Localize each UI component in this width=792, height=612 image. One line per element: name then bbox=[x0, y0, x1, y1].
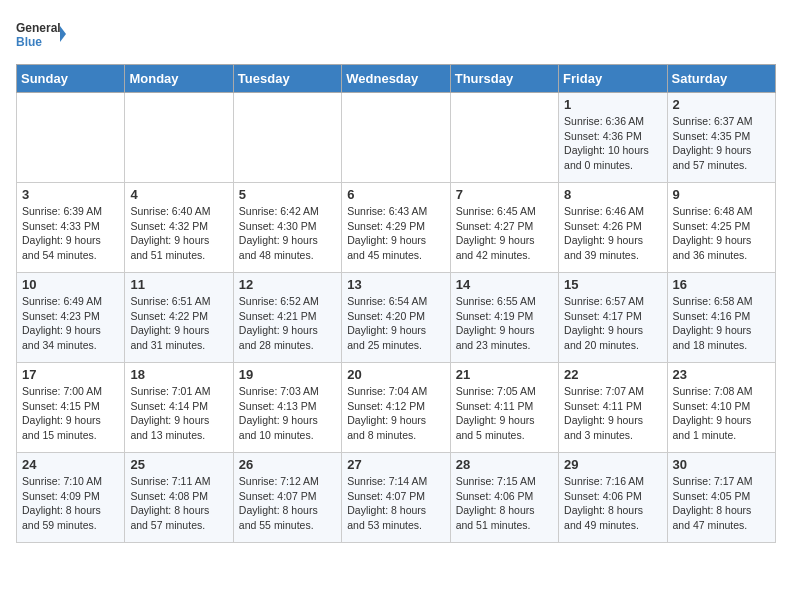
day-cell: 14Sunrise: 6:55 AMSunset: 4:19 PMDayligh… bbox=[450, 273, 558, 363]
day-header-monday: Monday bbox=[125, 65, 233, 93]
day-info: Sunrise: 7:12 AMSunset: 4:07 PMDaylight:… bbox=[239, 474, 336, 533]
day-number: 2 bbox=[673, 97, 770, 112]
day-header-sunday: Sunday bbox=[17, 65, 125, 93]
day-cell: 19Sunrise: 7:03 AMSunset: 4:13 PMDayligh… bbox=[233, 363, 341, 453]
day-number: 15 bbox=[564, 277, 661, 292]
week-row-5: 24Sunrise: 7:10 AMSunset: 4:09 PMDayligh… bbox=[17, 453, 776, 543]
day-info: Sunrise: 6:57 AMSunset: 4:17 PMDaylight:… bbox=[564, 294, 661, 353]
day-number: 1 bbox=[564, 97, 661, 112]
day-number: 29 bbox=[564, 457, 661, 472]
day-cell: 24Sunrise: 7:10 AMSunset: 4:09 PMDayligh… bbox=[17, 453, 125, 543]
day-info: Sunrise: 7:00 AMSunset: 4:15 PMDaylight:… bbox=[22, 384, 119, 443]
day-number: 20 bbox=[347, 367, 444, 382]
day-cell: 5Sunrise: 6:42 AMSunset: 4:30 PMDaylight… bbox=[233, 183, 341, 273]
day-cell: 2Sunrise: 6:37 AMSunset: 4:35 PMDaylight… bbox=[667, 93, 775, 183]
day-number: 11 bbox=[130, 277, 227, 292]
day-number: 12 bbox=[239, 277, 336, 292]
day-cell: 6Sunrise: 6:43 AMSunset: 4:29 PMDaylight… bbox=[342, 183, 450, 273]
day-info: Sunrise: 7:14 AMSunset: 4:07 PMDaylight:… bbox=[347, 474, 444, 533]
day-info: Sunrise: 7:10 AMSunset: 4:09 PMDaylight:… bbox=[22, 474, 119, 533]
day-cell bbox=[17, 93, 125, 183]
week-row-4: 17Sunrise: 7:00 AMSunset: 4:15 PMDayligh… bbox=[17, 363, 776, 453]
day-cell: 20Sunrise: 7:04 AMSunset: 4:12 PMDayligh… bbox=[342, 363, 450, 453]
day-cell: 15Sunrise: 6:57 AMSunset: 4:17 PMDayligh… bbox=[559, 273, 667, 363]
day-cell bbox=[342, 93, 450, 183]
day-number: 30 bbox=[673, 457, 770, 472]
day-number: 22 bbox=[564, 367, 661, 382]
day-info: Sunrise: 7:01 AMSunset: 4:14 PMDaylight:… bbox=[130, 384, 227, 443]
day-info: Sunrise: 6:48 AMSunset: 4:25 PMDaylight:… bbox=[673, 204, 770, 263]
day-info: Sunrise: 7:07 AMSunset: 4:11 PMDaylight:… bbox=[564, 384, 661, 443]
day-number: 3 bbox=[22, 187, 119, 202]
day-number: 27 bbox=[347, 457, 444, 472]
day-cell: 11Sunrise: 6:51 AMSunset: 4:22 PMDayligh… bbox=[125, 273, 233, 363]
day-info: Sunrise: 6:58 AMSunset: 4:16 PMDaylight:… bbox=[673, 294, 770, 353]
day-number: 16 bbox=[673, 277, 770, 292]
day-info: Sunrise: 6:46 AMSunset: 4:26 PMDaylight:… bbox=[564, 204, 661, 263]
day-number: 7 bbox=[456, 187, 553, 202]
day-info: Sunrise: 6:36 AMSunset: 4:36 PMDaylight:… bbox=[564, 114, 661, 173]
day-cell: 30Sunrise: 7:17 AMSunset: 4:05 PMDayligh… bbox=[667, 453, 775, 543]
day-cell: 1Sunrise: 6:36 AMSunset: 4:36 PMDaylight… bbox=[559, 93, 667, 183]
day-info: Sunrise: 7:03 AMSunset: 4:13 PMDaylight:… bbox=[239, 384, 336, 443]
day-header-wednesday: Wednesday bbox=[342, 65, 450, 93]
day-cell: 21Sunrise: 7:05 AMSunset: 4:11 PMDayligh… bbox=[450, 363, 558, 453]
day-cell: 26Sunrise: 7:12 AMSunset: 4:07 PMDayligh… bbox=[233, 453, 341, 543]
day-info: Sunrise: 7:08 AMSunset: 4:10 PMDaylight:… bbox=[673, 384, 770, 443]
day-number: 24 bbox=[22, 457, 119, 472]
day-cell: 7Sunrise: 6:45 AMSunset: 4:27 PMDaylight… bbox=[450, 183, 558, 273]
day-cell: 18Sunrise: 7:01 AMSunset: 4:14 PMDayligh… bbox=[125, 363, 233, 453]
logo-svg: General Blue bbox=[16, 16, 66, 56]
day-number: 13 bbox=[347, 277, 444, 292]
day-number: 25 bbox=[130, 457, 227, 472]
day-number: 28 bbox=[456, 457, 553, 472]
day-info: Sunrise: 6:51 AMSunset: 4:22 PMDaylight:… bbox=[130, 294, 227, 353]
day-number: 19 bbox=[239, 367, 336, 382]
day-number: 6 bbox=[347, 187, 444, 202]
day-cell: 16Sunrise: 6:58 AMSunset: 4:16 PMDayligh… bbox=[667, 273, 775, 363]
day-info: Sunrise: 7:16 AMSunset: 4:06 PMDaylight:… bbox=[564, 474, 661, 533]
day-number: 14 bbox=[456, 277, 553, 292]
day-info: Sunrise: 6:54 AMSunset: 4:20 PMDaylight:… bbox=[347, 294, 444, 353]
day-info: Sunrise: 6:52 AMSunset: 4:21 PMDaylight:… bbox=[239, 294, 336, 353]
svg-marker-2 bbox=[60, 26, 66, 42]
day-info: Sunrise: 6:37 AMSunset: 4:35 PMDaylight:… bbox=[673, 114, 770, 173]
days-header-row: SundayMondayTuesdayWednesdayThursdayFrid… bbox=[17, 65, 776, 93]
day-info: Sunrise: 7:05 AMSunset: 4:11 PMDaylight:… bbox=[456, 384, 553, 443]
day-info: Sunrise: 6:43 AMSunset: 4:29 PMDaylight:… bbox=[347, 204, 444, 263]
logo: General Blue bbox=[16, 16, 66, 56]
day-info: Sunrise: 7:04 AMSunset: 4:12 PMDaylight:… bbox=[347, 384, 444, 443]
day-number: 8 bbox=[564, 187, 661, 202]
day-info: Sunrise: 6:42 AMSunset: 4:30 PMDaylight:… bbox=[239, 204, 336, 263]
day-cell: 27Sunrise: 7:14 AMSunset: 4:07 PMDayligh… bbox=[342, 453, 450, 543]
day-info: Sunrise: 6:39 AMSunset: 4:33 PMDaylight:… bbox=[22, 204, 119, 263]
day-cell: 23Sunrise: 7:08 AMSunset: 4:10 PMDayligh… bbox=[667, 363, 775, 453]
day-info: Sunrise: 7:15 AMSunset: 4:06 PMDaylight:… bbox=[456, 474, 553, 533]
day-cell: 13Sunrise: 6:54 AMSunset: 4:20 PMDayligh… bbox=[342, 273, 450, 363]
day-cell bbox=[450, 93, 558, 183]
day-cell: 8Sunrise: 6:46 AMSunset: 4:26 PMDaylight… bbox=[559, 183, 667, 273]
day-number: 21 bbox=[456, 367, 553, 382]
day-cell: 22Sunrise: 7:07 AMSunset: 4:11 PMDayligh… bbox=[559, 363, 667, 453]
day-cell: 12Sunrise: 6:52 AMSunset: 4:21 PMDayligh… bbox=[233, 273, 341, 363]
day-number: 9 bbox=[673, 187, 770, 202]
day-header-tuesday: Tuesday bbox=[233, 65, 341, 93]
calendar-table: SundayMondayTuesdayWednesdayThursdayFrid… bbox=[16, 64, 776, 543]
day-number: 26 bbox=[239, 457, 336, 472]
day-number: 23 bbox=[673, 367, 770, 382]
week-row-1: 1Sunrise: 6:36 AMSunset: 4:36 PMDaylight… bbox=[17, 93, 776, 183]
day-header-friday: Friday bbox=[559, 65, 667, 93]
day-cell bbox=[125, 93, 233, 183]
day-info: Sunrise: 6:49 AMSunset: 4:23 PMDaylight:… bbox=[22, 294, 119, 353]
day-header-thursday: Thursday bbox=[450, 65, 558, 93]
day-cell: 17Sunrise: 7:00 AMSunset: 4:15 PMDayligh… bbox=[17, 363, 125, 453]
day-cell: 9Sunrise: 6:48 AMSunset: 4:25 PMDaylight… bbox=[667, 183, 775, 273]
day-cell: 4Sunrise: 6:40 AMSunset: 4:32 PMDaylight… bbox=[125, 183, 233, 273]
day-cell: 3Sunrise: 6:39 AMSunset: 4:33 PMDaylight… bbox=[17, 183, 125, 273]
day-info: Sunrise: 7:17 AMSunset: 4:05 PMDaylight:… bbox=[673, 474, 770, 533]
svg-text:General: General bbox=[16, 21, 61, 35]
header: General Blue bbox=[16, 16, 776, 56]
day-cell: 28Sunrise: 7:15 AMSunset: 4:06 PMDayligh… bbox=[450, 453, 558, 543]
day-number: 18 bbox=[130, 367, 227, 382]
day-cell: 29Sunrise: 7:16 AMSunset: 4:06 PMDayligh… bbox=[559, 453, 667, 543]
